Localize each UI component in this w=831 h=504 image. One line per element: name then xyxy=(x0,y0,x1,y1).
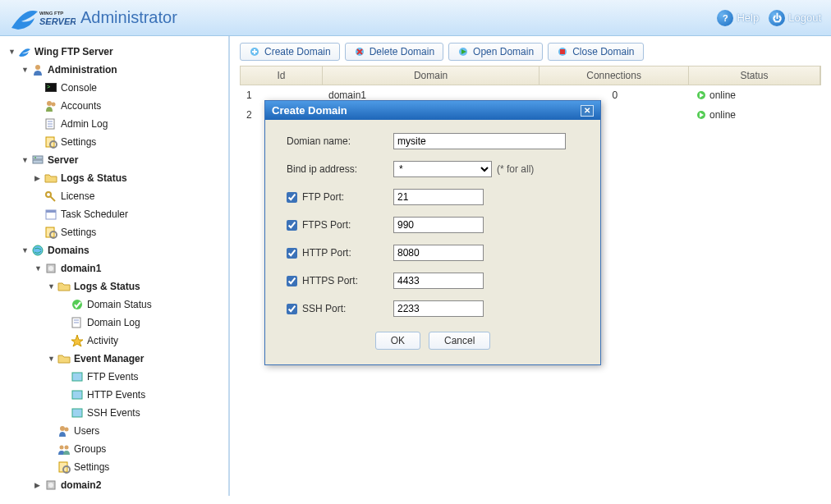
svg-point-0 xyxy=(35,65,40,70)
ssh-port-checkbox[interactable] xyxy=(287,304,297,314)
server-icon xyxy=(31,153,44,167)
stop-icon xyxy=(557,46,568,57)
svg-rect-43 xyxy=(560,49,565,54)
tree-domain-status[interactable]: Domain Status xyxy=(61,296,225,314)
tree-task-scheduler[interactable]: Task Scheduler xyxy=(34,205,225,223)
check-icon xyxy=(71,298,84,311)
tree-domain-log[interactable]: Domain Log xyxy=(61,314,225,332)
delete-domain-button[interactable]: Delete Domain xyxy=(345,43,443,61)
ssh-port-label: SSH Port: xyxy=(302,303,346,314)
tree-d1-settings[interactable]: Settings xyxy=(48,458,225,476)
tree-server-settings[interactable]: Settings xyxy=(34,223,225,241)
th-id[interactable]: Id xyxy=(241,66,323,85)
logout-icon: ⏻ xyxy=(769,10,785,26)
settings-icon xyxy=(57,460,71,474)
create-domain-button[interactable]: Create Domain xyxy=(240,43,340,61)
svg-rect-12 xyxy=(33,156,43,159)
svg-point-38 xyxy=(48,483,53,488)
tree-d1-groups[interactable]: Groups xyxy=(48,440,225,458)
folder-icon xyxy=(57,352,71,365)
logout-link[interactable]: ⏻ Logout xyxy=(769,10,821,26)
domain-name-label: Domian name: xyxy=(287,135,393,147)
tree-domains[interactable]: ▼ Domains ▼domain1 ▼Logs & Status xyxy=(21,241,225,494)
app-title: Administrator xyxy=(80,8,177,27)
open-domain-button[interactable]: Open Domain xyxy=(448,43,543,61)
play-icon xyxy=(457,46,469,57)
cancel-button[interactable]: Cancel xyxy=(429,332,490,350)
dialog-title: Create Domain xyxy=(272,104,347,117)
table-header: Id Domain Connections Status xyxy=(240,66,821,85)
logout-label: Logout xyxy=(788,11,821,24)
logo: WING FTP SERVER Administrator xyxy=(10,3,177,33)
svg-point-32 xyxy=(65,428,69,432)
calendar-icon xyxy=(44,208,57,221)
svg-rect-28 xyxy=(72,373,82,381)
ftps-port-checkbox[interactable] xyxy=(287,220,297,231)
domain-name-input[interactable] xyxy=(393,133,566,149)
groups-icon xyxy=(57,442,71,456)
ftps-port-input[interactable] xyxy=(393,217,484,233)
svg-point-14 xyxy=(34,157,36,158)
http-port-checkbox[interactable] xyxy=(287,248,297,259)
bind-ip-select[interactable]: * xyxy=(393,161,492,177)
https-port-checkbox[interactable] xyxy=(287,276,297,286)
globe-icon xyxy=(31,244,44,257)
tree-root[interactable]: ▼ Wing FTP Server ▼ Administration >Cons… xyxy=(8,43,225,494)
accounts-icon xyxy=(44,99,57,112)
tree-accounts[interactable]: Accounts xyxy=(34,97,225,115)
bind-ip-label: Bind ip address: xyxy=(287,163,393,175)
help-icon: ? xyxy=(717,10,733,26)
svg-rect-13 xyxy=(33,160,43,163)
svg-point-33 xyxy=(60,446,64,450)
svg-point-31 xyxy=(60,426,65,431)
dialog-title-bar[interactable]: Create Domain ✕ xyxy=(265,101,600,120)
tree-admin-settings[interactable]: Settings xyxy=(34,133,225,151)
tree-activity[interactable]: Activity xyxy=(61,332,225,350)
svg-rect-18 xyxy=(46,210,56,213)
close-domain-button[interactable]: Close Domain xyxy=(548,43,643,61)
http-port-label: HTTP Port: xyxy=(302,247,351,259)
tree-administration[interactable]: ▼ Administration >Console Accounts Admin… xyxy=(21,61,225,151)
tree-server-logs[interactable]: ▶Logs & Status xyxy=(34,169,225,187)
tree-ssh-events[interactable]: SSH Events xyxy=(61,404,225,422)
settings-icon xyxy=(44,135,57,149)
ftp-port-input[interactable] xyxy=(393,189,484,205)
tree-ftp-events[interactable]: FTP Events xyxy=(61,368,225,386)
tree-d1-event[interactable]: ▼Event Manager FTP Events HTTP Events SS… xyxy=(48,350,225,422)
tree-admin-log[interactable]: Admin Log xyxy=(34,115,225,133)
ok-button[interactable]: OK xyxy=(375,332,420,350)
bind-ip-hint: (* for all) xyxy=(497,163,534,175)
tree-domain1[interactable]: ▼domain1 ▼Logs & Status Domain Status Do… xyxy=(34,259,225,476)
svg-point-34 xyxy=(65,446,69,450)
key-icon xyxy=(44,190,57,203)
user-icon xyxy=(31,63,44,76)
wing-ftp-logo-icon: WING FTP SERVER xyxy=(10,3,76,33)
ftp-port-label: FTP Port: xyxy=(302,191,344,203)
sidebar: ▼ Wing FTP Server ▼ Administration >Cons… xyxy=(0,36,230,496)
svg-point-21 xyxy=(33,245,43,255)
nav-tree: ▼ Wing FTP Server ▼ Administration >Cons… xyxy=(3,43,225,494)
svg-rect-30 xyxy=(72,409,82,417)
tree-server[interactable]: ▼ Server ▶Logs & Status License Task Sch… xyxy=(21,151,225,241)
online-icon xyxy=(696,90,706,100)
online-icon xyxy=(696,110,706,120)
help-link[interactable]: ? Help xyxy=(717,10,759,26)
ssh-port-input[interactable] xyxy=(393,300,484,317)
tree-console[interactable]: >Console xyxy=(34,79,225,97)
tree-license[interactable]: License xyxy=(34,187,225,205)
tree-domain2[interactable]: ▶domain2 xyxy=(34,476,225,494)
th-connections[interactable]: Connections xyxy=(539,66,689,85)
tree-http-events[interactable]: HTTP Events xyxy=(61,386,225,404)
log-icon xyxy=(71,316,84,329)
disk-icon xyxy=(44,479,57,492)
http-port-input[interactable] xyxy=(393,245,484,261)
th-domain[interactable]: Domain xyxy=(323,66,539,85)
dialog-close-button[interactable]: ✕ xyxy=(581,105,594,117)
folder-icon xyxy=(44,172,57,185)
app-header: WING FTP SERVER Administrator ? Help ⏻ L… xyxy=(0,0,831,36)
tree-d1-users[interactable]: Users xyxy=(48,422,225,440)
ftp-port-checkbox[interactable] xyxy=(287,192,297,203)
th-status[interactable]: Status xyxy=(689,66,820,85)
https-port-input[interactable] xyxy=(393,273,484,289)
tree-d1-logs[interactable]: ▼Logs & Status Domain Status Domain Log … xyxy=(48,277,225,350)
